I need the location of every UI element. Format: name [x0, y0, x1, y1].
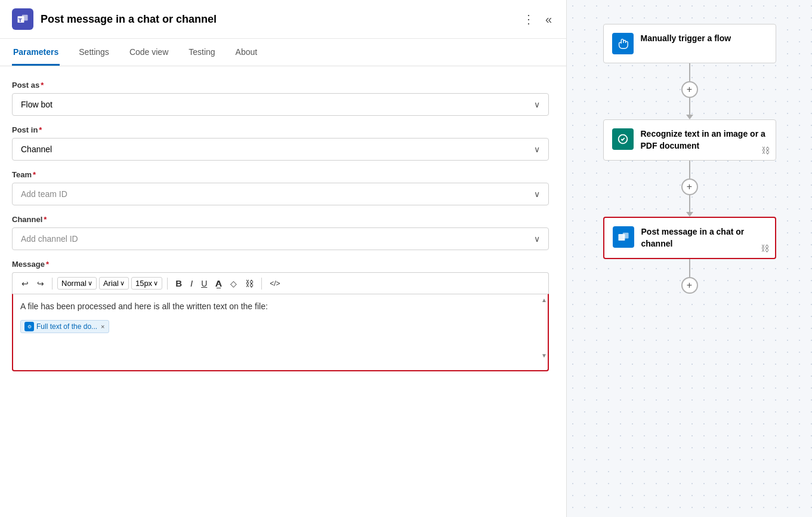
link-icon-post-message[interactable]: ⛓: [761, 244, 769, 253]
highlight-button[interactable]: ◇: [227, 277, 240, 290]
editor-toolbar: ↩ ↪ Normal ∨ Arial ∨ 15px ∨ B I U: [12, 272, 549, 294]
tag-icon: ⚙: [24, 322, 34, 331]
app-icon: T: [12, 8, 33, 30]
dynamic-tag[interactable]: ⚙ Full text of the do... ×: [20, 320, 109, 333]
add-step-button-1[interactable]: +: [681, 81, 698, 98]
tab-code-view[interactable]: Code view: [128, 39, 169, 66]
flow-card-title-manually-trigger: Manually trigger a flow: [641, 33, 731, 45]
code-view-button[interactable]: </>: [267, 278, 283, 290]
channel-label: Channel*: [12, 215, 554, 224]
flow-line-2: [689, 161, 690, 179]
header-actions: ⋮ «: [520, 10, 554, 29]
style-label: Normal: [61, 279, 87, 288]
card-title-text: Manually trigger a flow: [641, 33, 731, 45]
card-title-text-recognize: Recognize text in an image or a PDF docu…: [641, 128, 767, 152]
team-field: Team* Add team ID ∨: [12, 170, 554, 205]
link-icon-recognize[interactable]: ⛓: [761, 146, 770, 155]
flow-line-1: [689, 63, 690, 81]
italic-button[interactable]: I: [187, 276, 196, 290]
flow-card-post-message[interactable]: Post message in a chat or channel ⛓: [603, 217, 776, 259]
chevron-down-icon: ∨: [120, 279, 125, 287]
message-field: Message* ↩ ↪ Normal ∨ Arial ∨ 15px ∨: [12, 260, 554, 371]
font-select[interactable]: Arial ∨: [99, 277, 129, 290]
flow-container: Manually trigger a flow + Recognize text…: [603, 24, 776, 294]
chevron-down-icon: ∨: [534, 234, 540, 244]
flow-connector-2: +: [681, 161, 698, 217]
flow-line-2b: [689, 195, 690, 213]
flow-card-content-recognize-text: Recognize text in an image or a PDF docu…: [641, 128, 767, 152]
tab-settings[interactable]: Settings: [78, 39, 110, 66]
chevron-down-icon: ∨: [534, 144, 540, 154]
svg-text:T: T: [18, 17, 22, 23]
add-step-button-3[interactable]: +: [681, 277, 698, 294]
bold-button[interactable]: B: [172, 276, 185, 290]
team-placeholder: Add team ID: [21, 189, 67, 199]
redo-button[interactable]: ↪: [34, 277, 47, 290]
team-label: Team*: [12, 170, 554, 179]
flow-arrow-1: [686, 115, 693, 119]
more-options-button[interactable]: ⋮: [520, 10, 537, 29]
header-title: Post message in a chat or channel: [41, 13, 513, 26]
add-step-button-2[interactable]: +: [681, 179, 698, 195]
link-button[interactable]: ⛓: [242, 277, 257, 290]
tab-testing[interactable]: Testing: [187, 39, 216, 66]
flow-connector-3: +: [681, 259, 698, 294]
tab-parameters[interactable]: Parameters: [12, 39, 60, 66]
toolbar-separator-3: [261, 278, 262, 290]
size-select[interactable]: 15px ∨: [131, 277, 162, 290]
size-label: 15px: [135, 279, 152, 288]
style-select[interactable]: Normal ∨: [57, 277, 97, 290]
left-panel: T Post message in a chat or channel ⋮ « …: [0, 0, 567, 517]
right-panel: Manually trigger a flow + Recognize text…: [567, 0, 812, 517]
font-color-button[interactable]: A̲: [212, 277, 225, 290]
flow-line-3: [689, 259, 690, 277]
collapse-button[interactable]: «: [543, 10, 554, 29]
message-editor[interactable]: A file has been processed and here is al…: [12, 294, 549, 371]
post-in-value: Channel: [21, 144, 52, 154]
channel-dropdown[interactable]: Add channel ID ∨: [12, 227, 549, 250]
editor-text: A file has been processed and here is al…: [20, 300, 541, 313]
scroll-down-icon[interactable]: ▼: [541, 352, 547, 359]
channel-field: Channel* Add channel ID ∨: [12, 215, 554, 250]
editor-scrollbar: ▲ ▼: [542, 297, 547, 359]
chevron-down-icon: ∨: [534, 189, 540, 199]
underline-button[interactable]: U: [198, 277, 210, 290]
form-content: Post as* Flow bot ∨ Post in* Channel ∨ T…: [0, 66, 566, 386]
font-label: Arial: [103, 279, 119, 288]
header: T Post message in a chat or channel ⋮ «: [0, 0, 566, 39]
post-in-dropdown[interactable]: Channel ∨: [12, 138, 549, 161]
scroll-up-icon[interactable]: ▲: [541, 297, 547, 303]
flow-line-1b: [689, 98, 690, 116]
toolbar-separator-2: [167, 278, 168, 290]
tabs: Parameters Settings Code view Testing Ab…: [0, 39, 566, 66]
flow-connector-1: +: [681, 63, 698, 119]
post-in-label: Post in*: [12, 125, 554, 134]
post-as-dropdown[interactable]: Flow bot ∨: [12, 93, 549, 116]
channel-placeholder: Add channel ID: [21, 234, 78, 244]
post-as-field: Post as* Flow bot ∨: [12, 81, 554, 116]
flow-card-recognize-text[interactable]: Recognize text in an image or a PDF docu…: [603, 119, 776, 161]
svg-rect-1: [22, 15, 28, 21]
flow-arrow-2: [686, 212, 693, 217]
chevron-down-icon: ∨: [153, 279, 158, 287]
tag-close-icon[interactable]: ×: [101, 323, 104, 330]
post-as-value: Flow bot: [21, 100, 53, 109]
card-title-text-post-message: Post message in a chat or channel: [641, 226, 767, 250]
chevron-down-icon: ∨: [534, 100, 540, 109]
message-label: Message*: [12, 260, 554, 269]
flow-card-content-post-message: Post message in a chat or channel: [641, 226, 767, 250]
undo-button[interactable]: ↩: [18, 277, 32, 290]
post-as-label: Post as*: [12, 81, 554, 90]
tag-text: Full text of the do...: [36, 322, 97, 331]
tab-about[interactable]: About: [234, 39, 259, 66]
svg-rect-5: [622, 233, 628, 239]
chevron-down-icon: ∨: [88, 279, 92, 287]
flow-card-icon-recognize-text: [612, 128, 634, 150]
flow-card-icon-post-message: [613, 226, 634, 248]
flow-card-icon-manually-trigger: [612, 33, 634, 54]
flow-card-manually-trigger[interactable]: Manually trigger a flow: [603, 24, 776, 63]
team-dropdown[interactable]: Add team ID ∨: [12, 183, 549, 205]
toolbar-separator-1: [52, 278, 53, 290]
post-in-field: Post in* Channel ∨: [12, 125, 554, 161]
